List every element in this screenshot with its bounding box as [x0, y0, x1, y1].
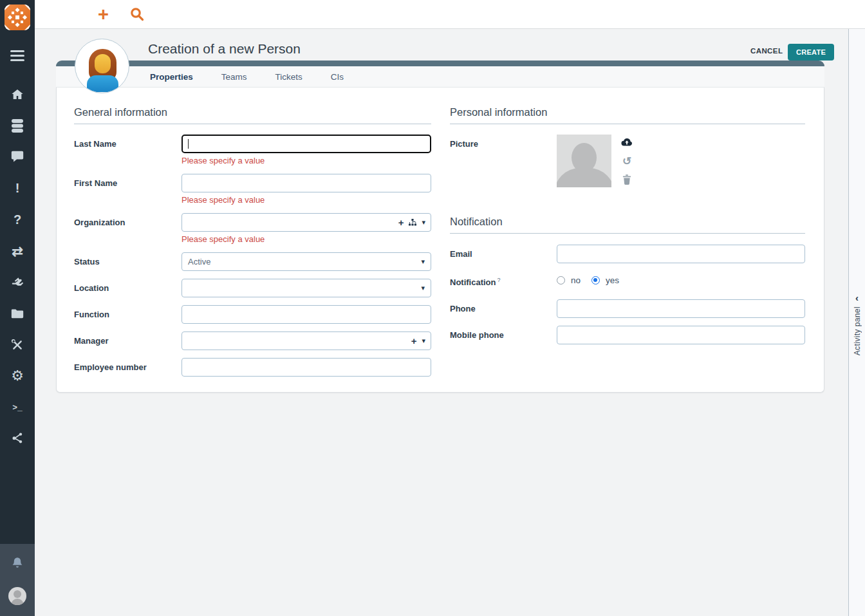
general-information-section: General information Last Name Please spe…: [74, 106, 431, 384]
field-picture: Picture ↺: [450, 135, 805, 187]
share-graph-icon[interactable]: [10, 431, 24, 445]
activity-panel-toggle[interactable]: ‹ Activity panel: [848, 29, 865, 616]
notification-label: Notification?: [450, 271, 557, 292]
picture-placeholder: [557, 135, 611, 187]
phone-input[interactable]: [557, 299, 805, 318]
status-select[interactable]: Active ▾: [181, 252, 431, 271]
tab-strip: Properties Teams Tickets CIs: [56, 66, 824, 88]
cancel-button[interactable]: CANCEL: [750, 47, 783, 55]
last-name-error: Please specify a value: [181, 156, 431, 166]
field-email: Email: [450, 245, 805, 263]
notification-heading: Notification: [450, 216, 805, 234]
tab-teams[interactable]: Teams: [221, 72, 247, 82]
search-icon[interactable]: [129, 6, 145, 22]
status-select-value: Active: [188, 257, 210, 266]
personal-information-heading: Personal information: [450, 106, 805, 124]
sidebar-user-section: [0, 544, 35, 616]
email-input[interactable]: [557, 245, 805, 263]
last-name-input[interactable]: [181, 135, 431, 153]
notifications-bell-icon[interactable]: [10, 556, 24, 570]
caret-down-icon: ▾: [421, 253, 425, 270]
status-label: Status: [74, 252, 181, 271]
field-status: Status Active ▾: [74, 252, 431, 271]
gear-icon[interactable]: ⚙: [10, 369, 24, 383]
function-label: Function: [74, 305, 181, 324]
personal-information-section: Personal information Picture ↺: [450, 106, 805, 352]
top-toolbar: +: [35, 0, 865, 29]
page-title: Creation of a new Person: [148, 41, 301, 57]
organization-create-icon[interactable]: +: [398, 218, 404, 227]
undo-icon[interactable]: ↺: [620, 154, 633, 167]
tools-icon[interactable]: [10, 338, 24, 352]
organization-error: Please specify a value: [181, 234, 431, 245]
radio-yes[interactable]: [591, 276, 600, 285]
field-phone: Phone: [450, 299, 805, 318]
organization-hierarchy-icon[interactable]: [409, 219, 416, 227]
organization-label: Organization: [74, 213, 181, 232]
exclamation-icon[interactable]: !: [10, 181, 24, 195]
organization-caret-icon[interactable]: ▾: [422, 218, 425, 227]
exchange-arrows-icon[interactable]: ⇄: [10, 244, 24, 258]
folder-icon[interactable]: [10, 306, 24, 321]
field-manager: Manager + ▾: [74, 331, 431, 350]
first-name-label: First Name: [74, 174, 181, 192]
radio-yes-label[interactable]: yes: [606, 275, 619, 285]
function-input[interactable]: [181, 305, 431, 324]
itop-logo[interactable]: [5, 5, 30, 30]
first-name-error: Please specify a value: [181, 195, 431, 205]
app-root: +: [0, 0, 865, 616]
helping-hand-icon[interactable]: [10, 275, 24, 289]
terminal-icon[interactable]: >_: [10, 400, 24, 415]
first-name-input[interactable]: [181, 174, 431, 192]
field-function: Function: [74, 305, 431, 324]
field-mobile-phone: Mobile phone: [450, 326, 805, 344]
upload-cloud-icon[interactable]: [620, 136, 633, 149]
field-employee-number: Employee number: [74, 358, 431, 377]
question-icon[interactable]: ?: [10, 212, 24, 227]
last-name-label: Last Name: [74, 135, 181, 153]
manager-caret-icon[interactable]: ▾: [422, 337, 425, 345]
sidebar: ! ? ⇄ ⚙ >_: [0, 0, 35, 616]
employee-number-label: Employee number: [74, 358, 181, 377]
tab-properties[interactable]: Properties: [150, 72, 193, 82]
manager-input[interactable]: [181, 331, 431, 350]
trash-icon[interactable]: [620, 173, 633, 186]
radio-no-label[interactable]: no: [571, 275, 581, 285]
chat-icon[interactable]: [10, 149, 24, 163]
chevron-left-icon[interactable]: ‹: [855, 293, 859, 303]
organization-input[interactable]: [181, 213, 431, 232]
manager-label: Manager: [74, 331, 181, 350]
card-accent-bar: [56, 61, 824, 66]
email-label: Email: [450, 245, 557, 263]
database-icon[interactable]: [10, 118, 24, 133]
help-icon: ?: [498, 277, 501, 283]
picture-label: Picture: [450, 135, 557, 153]
location-label: Location: [74, 279, 181, 297]
field-notification-toggle: Notification? no yes: [450, 271, 805, 292]
text-cursor: [188, 139, 189, 149]
caret-down-icon: ▾: [421, 279, 425, 297]
field-first-name: First Name Please specify a value: [74, 174, 431, 205]
mobile-phone-label: Mobile phone: [450, 326, 557, 344]
field-organization: Organization + ▾ Please specify a value: [74, 213, 431, 245]
tab-cis[interactable]: CIs: [331, 72, 344, 82]
manager-create-icon[interactable]: +: [411, 336, 417, 346]
field-last-name: Last Name Please specify a value: [74, 135, 431, 166]
home-icon[interactable]: [10, 88, 24, 102]
add-icon[interactable]: +: [98, 3, 109, 26]
user-avatar[interactable]: [8, 587, 26, 605]
general-information-heading: General information: [74, 106, 431, 124]
person-class-avatar: [75, 39, 129, 93]
field-location: Location ▾: [74, 279, 431, 297]
employee-number-input[interactable]: [181, 358, 431, 377]
mobile-phone-input[interactable]: [557, 326, 805, 344]
create-button[interactable]: CREATE: [788, 44, 834, 61]
radio-no[interactable]: [557, 276, 565, 285]
menu-icon[interactable]: [10, 48, 24, 62]
activity-panel-label: Activity panel: [853, 306, 862, 355]
phone-label: Phone: [450, 299, 557, 318]
tab-tickets[interactable]: Tickets: [275, 72, 302, 82]
location-select[interactable]: ▾: [181, 279, 431, 297]
